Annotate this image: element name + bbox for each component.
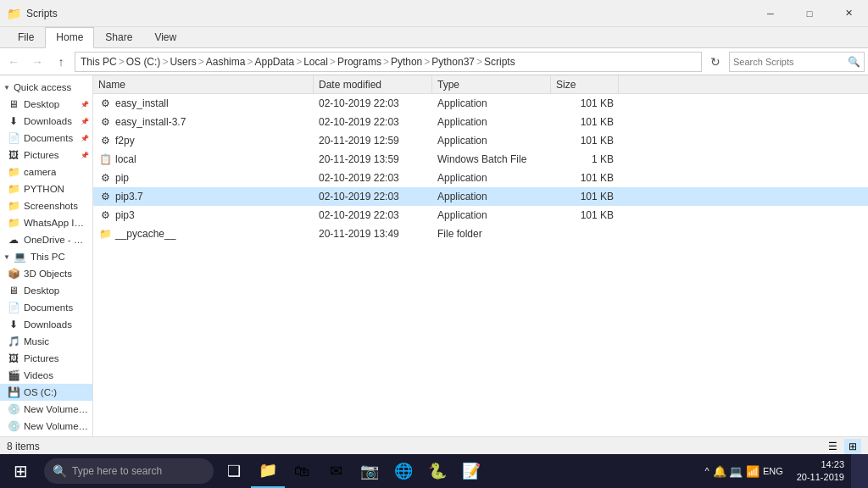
- path-segment-aashima: Aashima: [206, 56, 246, 68]
- table-row[interactable]: ⚙easy_install-3.7 02-10-2019 22:03 Appli…: [93, 113, 868, 131]
- up-button[interactable]: ↑: [51, 52, 71, 72]
- sidebar-item-desktop[interactable]: 🖥 Desktop 📌: [0, 96, 92, 113]
- sidebar: ▼ Quick access 🖥 Desktop 📌 ⬇ Downloads 📌…: [0, 75, 93, 436]
- sidebar-item-videos[interactable]: 🎬 Videos: [0, 367, 92, 384]
- table-row[interactable]: 📁__pycache__ 20-11-2019 13:49 File folde…: [93, 225, 868, 243]
- tray-up-arrow[interactable]: ^: [704, 466, 709, 476]
- sidebar-item-volume-f[interactable]: 💿 New Volume (F:): [0, 418, 92, 435]
- large-icons-view-button[interactable]: ⊞: [844, 439, 861, 454]
- file-list: Name Date modified Type Size ⚙easy_insta…: [93, 75, 868, 436]
- documents2-icon: 📄: [7, 301, 20, 314]
- sidebar-item-python[interactable]: 📁 PYTHON: [0, 180, 92, 197]
- sidebar-item-pictures[interactable]: 🖼 Pictures 📌: [0, 147, 92, 164]
- path-segment-scripts: Scripts: [484, 56, 515, 68]
- sidebar-item-onedrive[interactable]: ☁ OneDrive - Personal: [0, 231, 92, 248]
- sidebar-item-desktop2[interactable]: 🖥 Desktop: [0, 282, 92, 299]
- sidebar-item-documents2[interactable]: 📄 Documents: [0, 299, 92, 316]
- sidebar-item-screenshots[interactable]: 📁 Screenshots: [0, 197, 92, 214]
- sidebar-item-volume-e[interactable]: 💿 New Volume (E:): [0, 401, 92, 418]
- sidebar-item-music[interactable]: 🎵 Music: [0, 333, 92, 350]
- column-header-modified[interactable]: Date modified: [314, 75, 432, 93]
- taskbar-search[interactable]: 🔍 Type here to search: [44, 458, 214, 484]
- tab-home[interactable]: Home: [45, 27, 94, 48]
- file-type-pip: Application: [432, 169, 551, 187]
- sidebar-item-osc[interactable]: 💾 OS (C:): [0, 384, 92, 401]
- table-row[interactable]: ⚙f2py 20-11-2019 12:59 Application 101 K…: [93, 131, 868, 150]
- sidebar-label-3d-objects: 3D Objects: [24, 269, 72, 279]
- tab-share[interactable]: Share: [94, 27, 143, 47]
- osc-icon: 💾: [7, 385, 20, 399]
- music-icon: 🎵: [7, 335, 20, 348]
- file-type-easy-install: Application: [432, 94, 551, 113]
- back-button[interactable]: ←: [3, 52, 24, 72]
- column-header-type[interactable]: Type: [432, 75, 551, 93]
- sidebar-label-volume-e: New Volume (E:): [24, 404, 89, 414]
- file-icon-pip: ⚙: [98, 171, 112, 185]
- column-header-name[interactable]: Name: [93, 75, 314, 93]
- sidebar-item-downloads2[interactable]: ⬇ Downloads: [0, 316, 92, 333]
- ribbon-tabs: File Home Share View: [0, 27, 868, 47]
- details-view-button[interactable]: ☰: [824, 439, 841, 454]
- sidebar-item-camera[interactable]: 📁 camera: [0, 164, 92, 180]
- forward-button[interactable]: →: [27, 52, 47, 72]
- column-header-size[interactable]: Size: [551, 75, 619, 93]
- file-size-local: 1 KB: [551, 150, 619, 169]
- file-icon-pip37: ⚙: [98, 190, 112, 203]
- sidebar-label-python: PYTHON: [24, 184, 64, 194]
- minimize-button[interactable]: ─: [751, 0, 790, 27]
- mail-icon: ✉: [330, 462, 342, 480]
- table-row[interactable]: ⚙easy_install 02-10-2019 22:03 Applicati…: [93, 94, 868, 113]
- file-name-easy-install-37: easy_install-3.7: [115, 116, 186, 128]
- taskbar-app-explorer[interactable]: 📁: [251, 454, 285, 488]
- sidebar-item-whatsapp[interactable]: 📁 WhatsApp Images: [0, 214, 92, 231]
- file-size-pycache: [551, 225, 619, 243]
- volume-f-icon: 💿: [7, 419, 20, 433]
- start-button[interactable]: ⊞: [0, 454, 41, 488]
- path-segment-appdata: AppData: [254, 56, 294, 68]
- taskbar-app-task-view[interactable]: ❑: [217, 454, 251, 488]
- taskbar-app-store[interactable]: 🛍: [285, 454, 319, 488]
- expand-arrow: ▼: [3, 84, 10, 92]
- file-name-pip37: pip3.7: [115, 191, 143, 202]
- taskbar-app-python[interactable]: 🐍: [420, 454, 454, 488]
- sidebar-item-network[interactable]: 🌐 Network: [0, 435, 92, 436]
- this-pc-header[interactable]: ▼ 💻 This PC: [0, 248, 92, 265]
- taskbar-search-icon: 🔍: [53, 464, 67, 478]
- taskbar-app-mail[interactable]: ✉: [319, 454, 353, 488]
- path-segment-python37: Python37: [431, 56, 475, 68]
- tab-view[interactable]: View: [143, 27, 187, 47]
- quick-access-header[interactable]: ▼ Quick access: [0, 79, 92, 96]
- camera-icon: 📷: [360, 462, 379, 480]
- refresh-button[interactable]: ↻: [705, 52, 726, 72]
- sidebar-label-downloads: Downloads: [24, 116, 72, 126]
- sidebar-item-downloads[interactable]: ⬇ Downloads 📌: [0, 113, 92, 130]
- sidebar-label-whatsapp: WhatsApp Images: [24, 218, 89, 228]
- file-list-header: Name Date modified Type Size: [93, 75, 868, 94]
- path-segment-users: Users: [170, 56, 196, 68]
- search-box[interactable]: 🔍: [729, 52, 865, 72]
- sidebar-label-desktop: Desktop: [24, 99, 59, 109]
- tab-file[interactable]: File: [7, 27, 45, 47]
- store-icon: 🛍: [294, 463, 309, 480]
- show-desktop-button[interactable]: [851, 454, 868, 488]
- sidebar-item-documents[interactable]: 📄 Documents 📌: [0, 130, 92, 147]
- taskbar-app-camera[interactable]: 📷: [353, 454, 387, 488]
- taskbar-app-word[interactable]: 📝: [454, 454, 488, 488]
- sidebar-item-3d-objects[interactable]: 📦 3D Objects: [0, 265, 92, 282]
- language-indicator: ENG: [763, 466, 783, 476]
- address-path[interactable]: This PC > OS (C:) > Users > Aashima > Ap…: [75, 52, 702, 72]
- table-row[interactable]: ⚙pip 02-10-2019 22:03 Application 101 KB: [93, 169, 868, 187]
- folder-icon: 📁: [7, 7, 21, 20]
- table-row[interactable]: 📋local 20-11-2019 13:59 Windows Batch Fi…: [93, 150, 868, 169]
- close-button[interactable]: ✕: [829, 0, 868, 27]
- maximize-button[interactable]: □: [790, 0, 829, 27]
- taskbar-clock[interactable]: 14:23 20-11-2019: [790, 458, 851, 485]
- edge-icon: 🌐: [394, 462, 413, 480]
- taskbar-app-edge[interactable]: 🌐: [387, 454, 420, 488]
- search-input[interactable]: [733, 57, 848, 67]
- sidebar-item-pictures2[interactable]: 🖼 Pictures: [0, 350, 92, 367]
- table-row[interactable]: ⚙pip3.7 02-10-2019 22:03 Application 101…: [93, 187, 868, 206]
- python-icon: 🐍: [428, 462, 447, 480]
- table-row[interactable]: ⚙pip3 02-10-2019 22:03 Application 101 K…: [93, 206, 868, 225]
- file-type-f2py: Application: [432, 131, 551, 150]
